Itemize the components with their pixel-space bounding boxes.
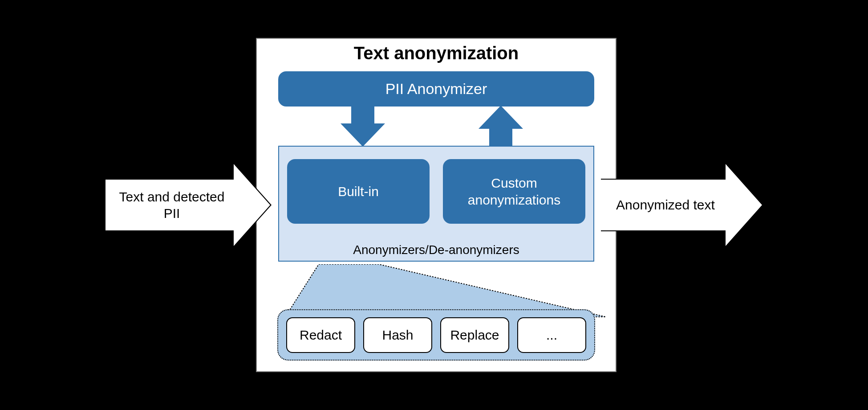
- arrow-down-icon: [341, 106, 385, 147]
- option-replace: Replace: [440, 317, 509, 353]
- main-title: Text anonymization: [266, 43, 607, 63]
- text-anonymization-diagram: Text and detected PII Text anonymization…: [105, 38, 763, 372]
- builtin-box: Built-in: [287, 159, 430, 224]
- option-hash: Hash: [363, 317, 432, 353]
- arrow-up-icon: [479, 106, 523, 147]
- arrow-right-icon: [234, 163, 272, 247]
- option-redact: Redact: [286, 317, 355, 353]
- output-arrow: Anonymized text: [601, 163, 763, 247]
- svg-marker-0: [341, 106, 385, 147]
- input-arrow: Text and detected PII: [105, 163, 272, 247]
- main-box: Text anonymization PII Anonymizer Built-…: [256, 38, 617, 372]
- svg-marker-1: [479, 106, 523, 147]
- anonymizers-container: Built-in Custom anonymizations Anonymize…: [278, 146, 594, 262]
- arrow-right-icon: [726, 163, 763, 247]
- anonymizers-container-label: Anonymizers/De-anonymizers: [279, 243, 593, 257]
- input-label: Text and detected PII: [105, 179, 234, 231]
- output-label: Anonymized text: [601, 179, 726, 231]
- mid-arrows: [278, 107, 594, 146]
- custom-box: Custom anonymizations: [443, 159, 585, 224]
- builtin-options-row: Redact Hash Replace ...: [277, 309, 595, 361]
- option-more: ...: [517, 317, 586, 353]
- pii-anonymizer-box: PII Anonymizer: [278, 71, 594, 107]
